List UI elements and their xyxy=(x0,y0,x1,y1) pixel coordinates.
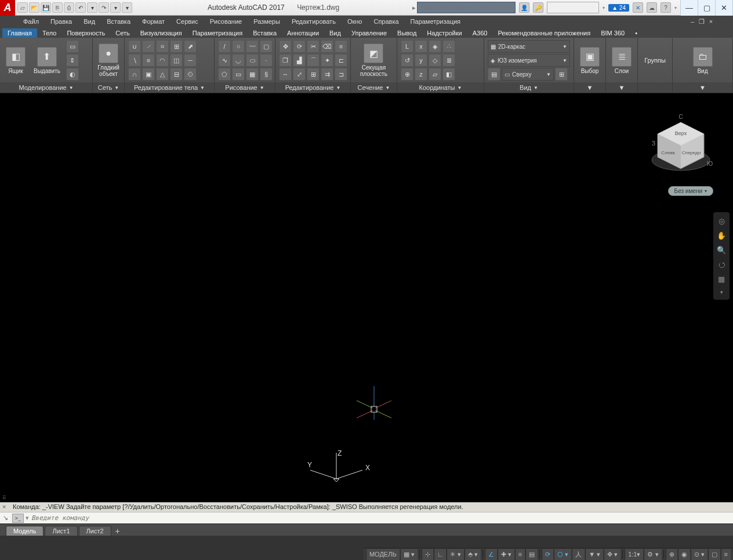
region-icon[interactable]: ▢ xyxy=(260,40,273,53)
workspace-icon[interactable]: ⚙ ▾ xyxy=(644,549,661,560)
point-icon[interactable]: · xyxy=(260,54,273,67)
isolate-icon[interactable]: ⊙ ▾ xyxy=(691,549,707,560)
annotation-monitor-icon[interactable]: ⊕ xyxy=(666,549,677,560)
new-icon[interactable]: ▱ xyxy=(17,2,28,13)
minimize-icon[interactable]: — xyxy=(681,0,698,16)
slice-icon[interactable]: ⟋ xyxy=(142,40,155,53)
helix-icon[interactable]: § xyxy=(260,68,273,81)
qat-more-icon[interactable]: ▾ xyxy=(122,2,132,13)
edge-icon[interactable]: ─ xyxy=(184,54,197,67)
polar-icon[interactable]: ✳ ▾ xyxy=(447,549,463,560)
break-icon[interactable]: ⊏ xyxy=(335,54,347,67)
redo-icon[interactable]: ↷ xyxy=(99,2,109,13)
tab-surface[interactable]: Поверхность xyxy=(61,28,110,38)
command-close-icon[interactable]: × xyxy=(2,503,6,510)
panel-groups-title[interactable] xyxy=(638,82,672,93)
command-input[interactable] xyxy=(29,514,733,522)
save-icon[interactable]: 💾 xyxy=(41,2,51,13)
undo-icon[interactable]: ↶ xyxy=(75,2,86,13)
stretch-icon[interactable]: ↔ xyxy=(279,68,292,81)
tab-visualize[interactable]: Визуализация xyxy=(135,28,187,38)
layout-tab-1[interactable]: Лист1 xyxy=(45,526,77,536)
menu-dimension[interactable]: Размеры xyxy=(248,17,286,26)
gizmo-icon[interactable]: ✥ ▾ xyxy=(604,549,620,560)
layout-tab-model[interactable]: Модель xyxy=(6,526,43,536)
ucs-icon-icon[interactable]: ◧ xyxy=(442,68,455,81)
box-button[interactable]: ◧ Ящик xyxy=(3,46,28,75)
fillet-icon[interactable]: ⌒ xyxy=(307,54,320,67)
ellipse-icon[interactable]: ⬭ xyxy=(246,54,259,67)
mirror-icon[interactable]: ▟ xyxy=(293,54,306,67)
steering-wheel-icon[interactable]: ◎ xyxy=(719,217,725,226)
notification-badge[interactable]: ▲ 24 xyxy=(608,4,629,12)
help-icon[interactable]: ? xyxy=(661,2,671,13)
panel-section-title[interactable]: Сечение▼ xyxy=(351,82,397,93)
circle-icon[interactable]: ○ xyxy=(232,40,245,53)
orbit-icon[interactable]: ⭯ xyxy=(718,260,725,269)
drag-handle-icon[interactable]: ⠿ xyxy=(2,495,8,502)
maximize-icon[interactable]: ▢ xyxy=(698,0,716,16)
panel-view-title[interactable]: ▼ xyxy=(673,82,732,93)
signin-dropdown-icon[interactable]: ▾ xyxy=(603,5,605,10)
tab-mesh[interactable]: Сеть xyxy=(110,28,135,38)
rectangle-icon[interactable]: ▭ xyxy=(232,68,245,81)
infocenter-search-input[interactable] xyxy=(417,2,516,13)
tab-view[interactable]: Вид xyxy=(324,28,346,38)
zoom-icon[interactable]: 🔍 xyxy=(717,246,726,254)
a360-icon[interactable]: ☁ xyxy=(647,2,657,13)
menu-file[interactable]: Файл xyxy=(17,17,45,26)
panel-draw-title[interactable]: Рисование▼ xyxy=(215,82,275,93)
showmotion-icon[interactable]: ▦ xyxy=(718,275,725,283)
panel-solidedit-title[interactable]: Редактирование тела▼ xyxy=(125,82,214,93)
scale-icon[interactable]: ⤢ xyxy=(293,68,306,81)
smooth-button[interactable]: ● Гладкий объект xyxy=(95,42,122,78)
explode-icon[interactable]: ✦ xyxy=(321,54,333,67)
offset-face-icon[interactable]: ⊞ xyxy=(170,40,183,53)
redo-drop-icon[interactable]: ▾ xyxy=(110,2,121,13)
menu-edit[interactable]: Правка xyxy=(45,17,78,26)
extrude-face-icon[interactable]: ⬈ xyxy=(184,40,197,53)
tab-overflow[interactable]: • xyxy=(630,28,643,38)
groups-button[interactable]: Группы xyxy=(642,56,668,65)
view-direction-dropdown[interactable]: ◈ ЮЗ изометрия ▼ xyxy=(488,54,570,67)
extrude-button[interactable]: ⬆ Выдавить xyxy=(31,46,63,75)
panel-modeling-title[interactable]: Моделирование▼ xyxy=(0,82,92,93)
tab-insert[interactable]: Вставка xyxy=(248,28,282,38)
view-button[interactable]: 🗀 Вид xyxy=(691,46,715,75)
polysolid-icon[interactable]: ▭ xyxy=(66,40,79,53)
layers-button[interactable]: ≣ Слои xyxy=(609,46,634,75)
command-anchor-icon[interactable]: ↘ xyxy=(0,514,10,522)
section-plane-button[interactable]: ◩ Секущая плоскость xyxy=(358,42,390,78)
osnap-icon[interactable]: ∠ xyxy=(485,549,497,560)
close-icon[interactable]: ✕ xyxy=(716,0,733,16)
signin-field[interactable] xyxy=(547,2,599,13)
undo-drop-icon[interactable]: ▾ xyxy=(87,2,97,13)
saveas-icon[interactable]: ⎘ xyxy=(52,2,63,13)
tab-home[interactable]: Главная xyxy=(2,28,37,38)
ucs-z-icon[interactable]: z xyxy=(415,68,427,81)
layout-add-icon[interactable]: + xyxy=(113,526,123,536)
3dosnap-icon[interactable]: ⬡ ▾ xyxy=(554,549,571,560)
iso-icon[interactable]: ⬘ ▾ xyxy=(465,549,481,560)
doc-minimize-icon[interactable]: – xyxy=(688,18,697,26)
panel-coord-title[interactable]: Координаты▼ xyxy=(397,82,484,93)
lineweight-icon[interactable]: ≡ xyxy=(515,549,525,560)
clean-screen-icon[interactable]: ▢ xyxy=(708,549,720,560)
doc-close-icon[interactable]: × xyxy=(706,18,716,26)
solid-history-icon[interactable]: ⏲ xyxy=(184,68,197,81)
ucs-prev-icon[interactable]: ↺ xyxy=(401,54,413,67)
menu-insert[interactable]: Вставка xyxy=(101,17,136,26)
panel-modify-title[interactable]: Редактирование▼ xyxy=(275,82,350,93)
ucs-y-icon[interactable]: y xyxy=(415,54,427,67)
union-icon[interactable]: ∪ xyxy=(128,40,141,53)
menu-format[interactable]: Формат xyxy=(136,17,170,26)
tab-manage[interactable]: Управление xyxy=(346,28,392,38)
ucs-3point-icon[interactable]: ∴ xyxy=(442,40,455,53)
ucs-view-icon[interactable]: ◈ xyxy=(429,40,441,53)
taper-face-icon[interactable]: △ xyxy=(156,68,169,81)
trim-icon[interactable]: ✂ xyxy=(307,40,320,53)
join-icon[interactable]: ⊐ xyxy=(335,68,347,81)
offset-icon[interactable]: ⇉ xyxy=(321,68,333,81)
imprint-icon[interactable]: ▣ xyxy=(142,68,155,81)
panel-layers-title[interactable]: ▼ xyxy=(606,82,637,93)
